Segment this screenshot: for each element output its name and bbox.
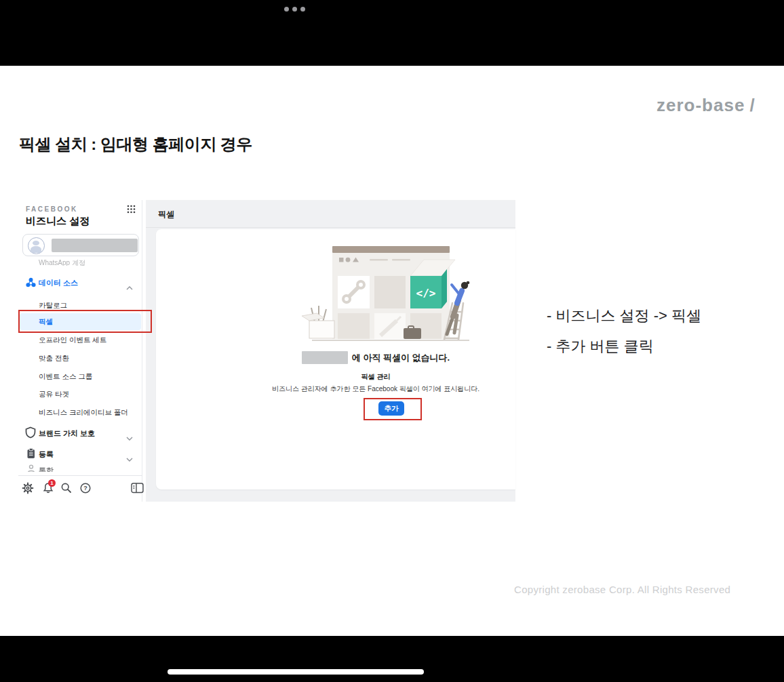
browser-titlebar: [332, 246, 450, 253]
business-name-redacted: [302, 351, 348, 364]
person-on-ladder: [447, 281, 469, 334]
pixel-page-header: 픽셀: [146, 200, 515, 228]
sidebar-section-data-sources[interactable]: 데이터 소스: [18, 275, 142, 290]
copyright-text: Copyright zerobase Corp. All Rights Rese…: [514, 584, 730, 595]
facebook-wordmark: FACEBOOK: [26, 205, 78, 213]
sidebar-item-event-source-groups[interactable]: 이벤트 소스 그룹: [39, 372, 92, 382]
screen: zero-base/ 픽셀 설치 : 임대형 홈페이지 경우 FACEBOOK …: [0, 0, 784, 682]
data-sources-icon: [26, 277, 36, 290]
collapse-panel-icon[interactable]: [131, 482, 144, 496]
annotation-box-add-button: [364, 398, 422, 420]
annotation-box-pixel-menu: [18, 310, 152, 333]
sidebar-item-catalog[interactable]: 카탈로그: [39, 301, 67, 310]
chevron-down-icon: [126, 468, 133, 472]
zero-base-logo: zero-base/: [656, 95, 756, 116]
logo-slash: /: [749, 95, 755, 115]
settings-gear-icon[interactable]: [22, 482, 34, 497]
help-icon[interactable]: ?: [79, 482, 92, 497]
home-indicator[interactable]: [168, 669, 424, 675]
sidebar-section-label: 브랜드 가치 보호: [39, 428, 95, 439]
bottom-letterbox: [0, 636, 784, 682]
empty-state-title: 에 아직 픽셀이 없습니다.: [227, 351, 525, 364]
sidebar-section-label: 통합: [39, 466, 54, 472]
pixel-empty-state-card: </>: [156, 229, 515, 489]
empty-state-description: 비즈니스 관리자에 추가한 모든 Facebook 픽셀이 여기에 표시됩니다.: [227, 384, 525, 394]
notification-badge: 1: [48, 479, 56, 487]
instruction-line-2: - 추가 버튼 클릭: [547, 331, 701, 361]
pixel-empty-state-illustration: </>: [302, 241, 471, 342]
window-menu-dots-icon[interactable]: [284, 7, 305, 12]
shield-icon: [24, 426, 37, 441]
instruction-notes: - 비즈니스 설정 -> 픽셀 - 추가 버튼 클릭: [547, 300, 701, 361]
sidebar-item-shared-audiences[interactable]: 공유 타겟: [39, 390, 69, 399]
sidebar-item-business-creative-folder[interactable]: 비즈니스 크리에이티브 폴더: [39, 408, 128, 418]
sidebar-section-registrations[interactable]: 등록: [18, 447, 142, 461]
sidebar-section-brand-safety[interactable]: 브랜드 가치 보호: [18, 426, 142, 440]
chevron-down-icon: [126, 452, 133, 464]
chevron-down-icon: [126, 431, 133, 443]
fb-sidebar: FACEBOOK 비즈니스 설정 WhatsApp 계정: [18, 200, 142, 502]
page-title: 픽셀 설치 : 임대형 홈페이지 경우: [19, 134, 252, 155]
business-settings-title: 비즈니스 설정: [26, 215, 90, 228]
empty-state-subtitle: 픽셀 관리: [227, 372, 525, 382]
chevron-up-icon: [126, 281, 133, 293]
sidebar-item-custom-conversions[interactable]: 맞춤 전환: [39, 354, 69, 363]
notifications-bell-icon[interactable]: 1: [42, 482, 54, 497]
apps-grid-icon[interactable]: [127, 204, 136, 216]
logo-text: zero-base: [656, 95, 745, 115]
search-icon[interactable]: [60, 482, 72, 496]
business-account-switcher[interactable]: [22, 234, 139, 256]
instruction-line-1: - 비즈니스 설정 -> 픽셀: [547, 300, 701, 331]
pixel-page-title: 픽셀: [158, 209, 174, 220]
clipboard-icon: [25, 447, 37, 462]
business-name-redacted: [52, 239, 138, 252]
code-glyph: </>: [416, 287, 436, 300]
sidebar-section-label: 데이터 소스: [39, 278, 78, 288]
sidebar-item-offline-event-sets[interactable]: 오프라인 이벤트 세트: [39, 336, 106, 345]
fb-main-area: 픽셀: [146, 200, 515, 502]
sidebar-divider: [18, 475, 142, 476]
top-letterbox: [0, 0, 784, 66]
sidebar-section-integrations-partial[interactable]: 통합: [18, 464, 142, 472]
sidebar-section-label: 등록: [39, 449, 54, 460]
facebook-business-settings-screenshot: FACEBOOK 비즈니스 설정 WhatsApp 계정: [18, 200, 515, 502]
help-glyph: ?: [83, 485, 87, 492]
empty-state-title-text: 에 아직 픽셀이 없습니다.: [352, 352, 450, 364]
person-icon: [26, 464, 37, 472]
sidebar-item-whatsapp-partial[interactable]: WhatsApp 계정: [39, 258, 85, 266]
business-avatar: [28, 237, 45, 254]
